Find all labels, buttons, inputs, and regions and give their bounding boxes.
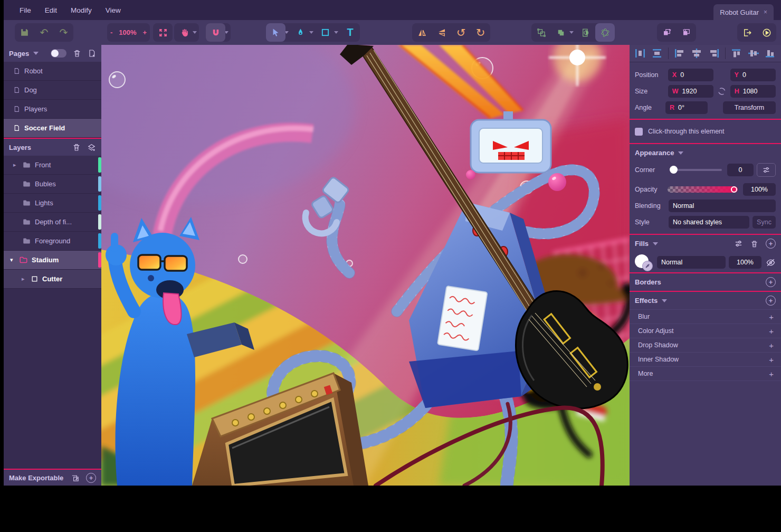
- disclosure-icon[interactable]: ▸: [22, 276, 27, 282]
- add-export-icon[interactable]: +: [86, 473, 96, 483]
- rotate-cw-button[interactable]: ↻: [471, 23, 490, 42]
- pages-collapse-icon[interactable]: [33, 52, 39, 55]
- add-page-icon[interactable]: [88, 49, 96, 58]
- position-y-field[interactable]: Y 0: [730, 69, 776, 81]
- mesh-distort-button[interactable]: [595, 23, 615, 42]
- layer-item-foreground[interactable]: Foreground: [4, 232, 101, 251]
- appearance-header[interactable]: Appearance: [630, 144, 781, 162]
- effect-item-more[interactable]: More +: [630, 366, 781, 381]
- document-tab[interactable]: Robot Guitar ×: [713, 4, 774, 20]
- align-top-icon[interactable]: [731, 49, 742, 58]
- fills-collapse-icon[interactable]: [653, 242, 658, 245]
- add-icon[interactable]: +: [769, 355, 774, 364]
- layer-item-cutter[interactable]: ▸ Cutter: [4, 270, 101, 289]
- fills-header[interactable]: Fills +: [630, 235, 781, 252]
- effect-item-blur[interactable]: Blur +: [630, 309, 781, 324]
- appearance-collapse-icon[interactable]: [678, 151, 683, 155]
- send-backward-button[interactable]: [677, 23, 696, 42]
- delete-layer-icon[interactable]: [72, 143, 81, 151]
- effect-item-drop-shadow[interactable]: Drop Shadow +: [630, 338, 781, 352]
- layer-item-stadium[interactable]: ▾ Stadium: [4, 251, 101, 270]
- align-center-horizontal-icon[interactable]: [691, 49, 702, 58]
- zoom-level[interactable]: 100%: [116, 28, 139, 36]
- delete-fill-icon[interactable]: [750, 240, 758, 248]
- page-item-soccer-field[interactable]: Soccer Field: [4, 119, 101, 138]
- zoom-out-button[interactable]: -: [107, 28, 116, 36]
- effect-item-color-adjust[interactable]: Color Adjust +: [630, 324, 781, 338]
- canvas-viewport[interactable]: [101, 45, 630, 486]
- menu-edit[interactable]: Edit: [45, 6, 57, 14]
- shape-tool-button[interactable]: [316, 23, 335, 42]
- size-h-field[interactable]: H 1080: [730, 85, 776, 98]
- boolean-union-button[interactable]: [551, 23, 570, 42]
- sync-button[interactable]: Sync: [753, 216, 776, 229]
- opacity-value-field[interactable]: 100%: [743, 183, 776, 196]
- rotate-ccw-button[interactable]: ↺: [451, 23, 471, 42]
- layer-item-bubles[interactable]: Bubles: [4, 175, 101, 194]
- corner-value-field[interactable]: 0: [727, 164, 754, 176]
- add-border-icon[interactable]: +: [766, 277, 776, 287]
- lock-aspect-icon[interactable]: [717, 87, 727, 96]
- corner-options-button[interactable]: [757, 163, 776, 177]
- opacity-slider[interactable]: [668, 186, 738, 193]
- align-bottom-icon[interactable]: [765, 49, 776, 58]
- hand-tool-button[interactable]: [174, 23, 194, 42]
- opacity-slider-knob[interactable]: [731, 186, 737, 193]
- group-objects-button[interactable]: [531, 23, 551, 42]
- position-x-field[interactable]: X 0: [668, 69, 713, 81]
- redo-button[interactable]: ↷: [54, 23, 73, 42]
- fill-visibility-icon[interactable]: [766, 258, 776, 268]
- layer-item-front[interactable]: ▸ Front: [4, 156, 101, 175]
- corner-slider[interactable]: [670, 169, 722, 171]
- fill-options-icon[interactable]: [734, 239, 743, 248]
- selection-tool-button[interactable]: [266, 23, 285, 42]
- add-layer-icon[interactable]: [87, 143, 96, 152]
- add-icon[interactable]: +: [769, 369, 774, 378]
- eyedropper-badge[interactable]: [642, 261, 653, 271]
- pages-toggle[interactable]: [51, 49, 66, 58]
- page-item-dog[interactable]: Dog: [4, 81, 101, 100]
- click-through-row[interactable]: Click-through this element: [630, 120, 781, 143]
- add-fill-icon[interactable]: +: [766, 239, 776, 249]
- present-button[interactable]: [757, 23, 776, 42]
- distribute-vertical-icon[interactable]: [651, 49, 663, 58]
- effect-item-inner-shadow[interactable]: Inner Shadow +: [630, 352, 781, 366]
- align-center-vertical-icon[interactable]: [748, 49, 759, 58]
- delete-page-icon[interactable]: [73, 49, 81, 58]
- layer-item-depth-of-field[interactable]: Depth of fi...: [4, 213, 101, 232]
- magnet-snap-button[interactable]: [206, 23, 225, 42]
- align-right-icon[interactable]: [708, 49, 720, 58]
- save-button[interactable]: [15, 23, 34, 42]
- disclosure-icon[interactable]: ▾: [10, 256, 15, 263]
- flip-vertical-button[interactable]: [432, 23, 451, 42]
- borders-header[interactable]: Borders +: [630, 273, 781, 291]
- click-through-checkbox[interactable]: [635, 128, 643, 136]
- flip-horizontal-button[interactable]: [412, 23, 432, 42]
- fill-opacity-field[interactable]: 100%: [729, 256, 761, 269]
- export-slice-icon[interactable]: [71, 473, 80, 482]
- tab-close-icon[interactable]: ×: [764, 8, 767, 16]
- page-item-robot[interactable]: Robot: [4, 62, 101, 81]
- export-button[interactable]: [737, 23, 757, 42]
- corner-slider-knob[interactable]: [670, 166, 678, 174]
- zoom-to-fit-button[interactable]: [153, 23, 173, 42]
- disclosure-icon[interactable]: ▸: [13, 162, 18, 168]
- fill-blend-select[interactable]: Normal: [657, 256, 726, 269]
- add-icon[interactable]: +: [769, 327, 774, 336]
- menu-modify[interactable]: Modify: [71, 6, 92, 14]
- add-icon[interactable]: +: [769, 341, 774, 350]
- mask-button[interactable]: [576, 23, 595, 42]
- blending-select[interactable]: Normal: [669, 200, 776, 212]
- align-left-icon[interactable]: [674, 49, 685, 58]
- add-effect-icon[interactable]: +: [766, 296, 776, 306]
- bring-forward-button[interactable]: [657, 23, 677, 42]
- menu-view[interactable]: View: [106, 6, 121, 14]
- text-tool-button[interactable]: T: [340, 23, 360, 42]
- zoom-in-button[interactable]: +: [140, 28, 150, 36]
- effects-collapse-icon[interactable]: [662, 299, 667, 302]
- undo-button[interactable]: ↶: [34, 23, 54, 42]
- fill-color-swatch[interactable]: [635, 254, 653, 270]
- style-select[interactable]: No shared styles: [669, 216, 749, 229]
- effects-header[interactable]: Effects +: [630, 292, 781, 309]
- layer-item-lights[interactable]: Lights: [4, 194, 101, 213]
